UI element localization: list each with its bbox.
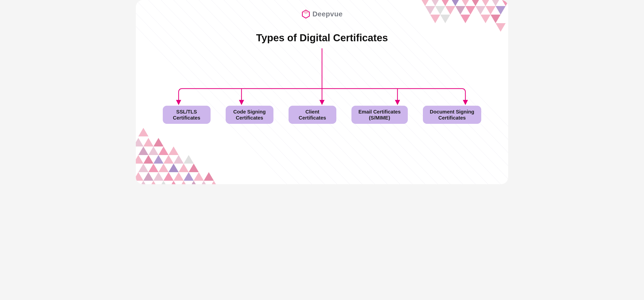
diagram-title: Types of Digital Certificates — [256, 32, 388, 44]
svg-marker-73 — [204, 172, 214, 181]
svg-line-20 — [362, 0, 508, 184]
svg-marker-58 — [174, 155, 184, 164]
svg-marker-28 — [470, 0, 480, 6]
svg-marker-26 — [450, 0, 460, 6]
svg-marker-50 — [138, 146, 148, 155]
svg-marker-24 — [430, 0, 440, 6]
svg-marker-31 — [501, 0, 508, 6]
svg-marker-81 — [209, 181, 219, 184]
svg-marker-40 — [430, 15, 440, 23]
svg-line-22 — [387, 0, 508, 184]
svg-marker-49 — [153, 138, 164, 146]
svg-marker-43 — [480, 15, 491, 23]
svg-line-16 — [312, 0, 488, 184]
svg-marker-45 — [496, 23, 506, 32]
svg-marker-37 — [475, 6, 486, 15]
svg-marker-44 — [491, 15, 501, 23]
svg-marker-42 — [460, 15, 470, 23]
svg-marker-53 — [169, 146, 179, 155]
triangle-decoration-bottom-left — [136, 126, 224, 184]
svg-marker-55 — [143, 155, 153, 164]
svg-line-0 — [136, 0, 287, 184]
svg-line-14 — [287, 0, 463, 184]
svg-marker-52 — [158, 146, 169, 155]
svg-marker-41 — [440, 15, 450, 23]
svg-line-1 — [136, 0, 299, 184]
node-ssl-tls: SSL/TLS Certificates — [163, 106, 211, 124]
svg-line-2 — [136, 0, 312, 184]
svg-marker-75 — [148, 181, 158, 184]
background-mesh — [136, 0, 508, 184]
svg-marker-68 — [153, 172, 164, 181]
svg-marker-39 — [496, 6, 506, 15]
svg-line-8 — [211, 0, 387, 184]
svg-line-19 — [350, 0, 508, 184]
svg-line-7 — [199, 0, 375, 184]
svg-line-11 — [249, 0, 425, 184]
svg-marker-32 — [425, 6, 435, 15]
svg-marker-30 — [491, 0, 501, 6]
svg-marker-80 — [199, 181, 209, 184]
svg-line-6 — [186, 0, 362, 184]
svg-marker-35 — [455, 6, 465, 15]
svg-marker-76 — [158, 181, 169, 184]
svg-line-13 — [274, 0, 450, 184]
svg-line-5 — [174, 0, 350, 184]
svg-marker-25 — [440, 0, 450, 6]
svg-marker-29 — [480, 0, 491, 6]
svg-marker-78 — [179, 181, 189, 184]
svg-marker-70 — [174, 172, 184, 181]
svg-marker-33 — [435, 6, 445, 15]
svg-marker-57 — [164, 155, 174, 164]
svg-marker-46 — [138, 128, 148, 136]
svg-line-17 — [325, 0, 501, 184]
brand-logo: Deepvue — [301, 10, 343, 19]
node-document-signing: Document Signing Certificates — [423, 106, 481, 124]
triangle-decoration-top-right — [415, 0, 508, 48]
svg-marker-63 — [169, 164, 179, 172]
svg-marker-60 — [138, 164, 148, 172]
svg-line-12 — [262, 0, 438, 184]
svg-marker-38 — [486, 6, 496, 15]
svg-marker-71 — [184, 172, 194, 181]
svg-marker-69 — [164, 172, 174, 181]
svg-line-3 — [148, 0, 325, 184]
node-row: SSL/TLS Certificates Code Signing Certif… — [136, 106, 508, 124]
svg-marker-61 — [148, 164, 158, 172]
svg-marker-36 — [465, 6, 475, 15]
node-client: Client Certificates — [289, 106, 336, 124]
svg-line-10 — [236, 0, 413, 184]
svg-marker-54 — [136, 155, 143, 164]
svg-marker-56 — [153, 155, 164, 164]
svg-marker-48 — [143, 138, 153, 146]
svg-line-21 — [375, 0, 508, 184]
svg-marker-51 — [148, 146, 158, 155]
svg-line-15 — [299, 0, 475, 184]
brand-name: Deepvue — [312, 10, 343, 18]
logo-hexagon-icon — [301, 10, 310, 19]
svg-line-4 — [161, 0, 337, 184]
svg-marker-34 — [445, 6, 455, 15]
svg-marker-74 — [138, 181, 148, 184]
svg-marker-23 — [420, 0, 430, 6]
svg-line-9 — [224, 0, 400, 184]
svg-marker-47 — [136, 138, 143, 146]
svg-line-18 — [337, 0, 508, 184]
svg-marker-83 — [302, 10, 309, 14]
svg-marker-64 — [179, 164, 189, 172]
svg-marker-59 — [184, 155, 194, 164]
node-code-signing: Code Signing Certificates — [226, 106, 273, 124]
svg-marker-72 — [194, 172, 204, 181]
svg-marker-67 — [143, 172, 153, 181]
tree-connector — [136, 48, 508, 109]
svg-marker-62 — [158, 164, 169, 172]
svg-marker-79 — [189, 181, 199, 184]
svg-marker-27 — [460, 0, 470, 6]
svg-marker-65 — [189, 164, 199, 172]
svg-marker-66 — [136, 172, 143, 181]
svg-marker-77 — [169, 181, 179, 184]
diagram-canvas: Deepvue Types of Digital Certificates SS… — [136, 0, 508, 184]
node-email-smime: Email Certificates (S/MIME) — [351, 106, 408, 124]
